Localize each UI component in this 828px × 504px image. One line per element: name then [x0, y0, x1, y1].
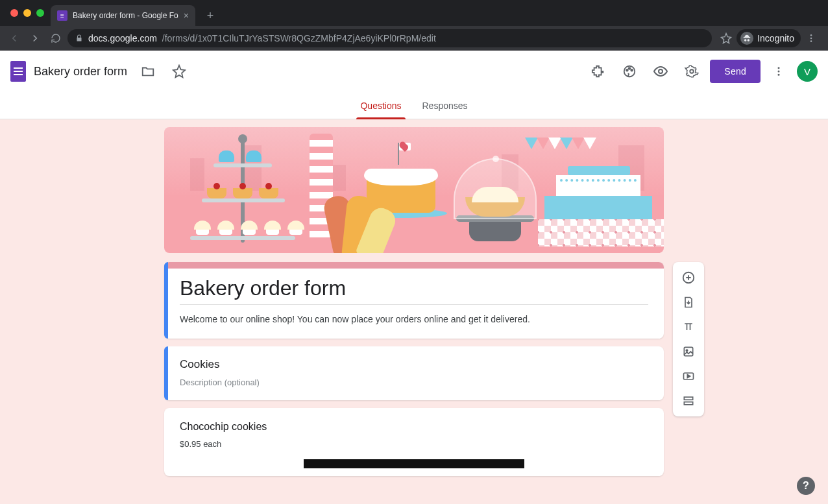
add-question-button[interactable]	[677, 266, 700, 289]
section-description-placeholder[interactable]: Description (optional)	[180, 378, 648, 387]
import-questions-button[interactable]	[677, 291, 700, 314]
illustration-tier-stand	[184, 134, 294, 247]
add-video-button[interactable]	[677, 365, 700, 388]
star-button[interactable]	[166, 58, 192, 84]
question-description[interactable]: $0.95 each	[180, 439, 648, 449]
nav-forward-button[interactable]	[26, 29, 44, 47]
svg-rect-17	[684, 402, 692, 405]
svg-rect-13	[684, 347, 692, 355]
svg-point-4	[626, 69, 628, 71]
form-title[interactable]: Bakery order form	[180, 276, 648, 305]
svg-point-5	[629, 67, 631, 69]
address-bar[interactable]: docs.google.com/forms/d/1x0T1CIluTJrYaST…	[67, 29, 712, 47]
form-title-card[interactable]: Bakery order form Welcome to our online …	[164, 262, 664, 339]
forms-header: Bakery order form Send V	[0, 51, 828, 92]
avatar-initial: V	[804, 66, 810, 77]
lock-icon	[75, 34, 83, 42]
move-to-folder-button[interactable]	[135, 58, 161, 84]
form-description[interactable]: Welcome to our online shop! You can now …	[180, 314, 648, 324]
browser-toolbar: docs.google.com/forms/d/1x0T1CIluTJrYaST…	[0, 26, 828, 51]
nav-reload-button[interactable]	[47, 29, 65, 47]
window-zoom-icon[interactable]	[36, 9, 44, 17]
question-title[interactable]: Chocochip cookies	[180, 421, 648, 433]
add-title-button[interactable]	[677, 315, 700, 339]
illustration-bread	[328, 198, 438, 253]
question-toolbar	[673, 262, 704, 416]
preview-button[interactable]	[648, 58, 674, 84]
form-tabs: Questions Responses	[0, 92, 828, 119]
customize-theme-button[interactable]	[616, 58, 642, 84]
browser-menu-button[interactable]	[802, 29, 820, 47]
send-button[interactable]: Send	[710, 60, 761, 83]
svg-point-11	[778, 74, 780, 76]
svg-point-6	[631, 69, 633, 71]
tab-questions[interactable]: Questions	[360, 92, 401, 119]
question-card-chocochip[interactable]: Chocochip cookies $0.95 each	[164, 408, 664, 476]
settings-button[interactable]	[679, 58, 705, 84]
url-host: docs.google.com	[88, 33, 157, 43]
section-card-cookies[interactable]: Cookies Description (optional)	[164, 346, 664, 400]
svg-point-10	[778, 71, 780, 73]
addons-button[interactable]	[585, 58, 611, 84]
document-title[interactable]: Bakery order form	[31, 64, 130, 80]
svg-point-9	[778, 67, 780, 69]
account-avatar[interactable]: V	[797, 61, 818, 82]
window-close-icon[interactable]	[10, 9, 18, 17]
tab-responses[interactable]: Responses	[422, 92, 468, 119]
new-tab-button[interactable]: +	[202, 7, 219, 24]
more-button[interactable]	[766, 58, 792, 84]
svg-point-14	[686, 350, 688, 352]
illustration-gift-boxes	[544, 138, 655, 246]
nav-back-button[interactable]	[5, 29, 23, 47]
incognito-badge[interactable]: Incognito	[737, 29, 801, 47]
window-minimize-icon[interactable]	[23, 9, 31, 17]
url-path: /forms/d/1x0T1CIluTJrYaSTSWr8QGzZMbfP4Zj…	[162, 33, 436, 43]
form-canvas: Bakery order form Welcome to our online …	[0, 119, 828, 504]
forms-logo-icon[interactable]	[10, 61, 26, 82]
question-image[interactable]	[304, 459, 524, 468]
add-section-button[interactable]	[677, 389, 700, 413]
browser-tab[interactable]: ≡ Bakery order form - Google Fo ×	[51, 5, 195, 26]
svg-rect-16	[684, 397, 692, 400]
svg-point-2	[810, 40, 812, 42]
add-image-button[interactable]	[677, 340, 700, 363]
svg-point-1	[810, 38, 812, 40]
incognito-icon	[740, 32, 753, 45]
svg-point-7	[659, 69, 663, 73]
browser-tab-strip: ≡ Bakery order form - Google Fo × +	[0, 0, 828, 26]
bookmark-star-button[interactable]	[717, 29, 735, 47]
form-header-image[interactable]	[164, 127, 664, 253]
svg-point-8	[690, 69, 694, 73]
section-title[interactable]: Cookies	[180, 358, 648, 371]
incognito-label: Incognito	[757, 33, 794, 43]
window-controls	[6, 0, 51, 26]
help-button[interactable]: ?	[797, 477, 815, 495]
forms-favicon-icon: ≡	[57, 10, 67, 21]
browser-tab-title: Bakery order form - Google Fo	[73, 11, 178, 20]
illustration-dome-pie	[443, 144, 547, 241]
forms-app: Bakery order form Send V Questions Respo…	[0, 51, 828, 504]
tab-close-icon[interactable]: ×	[184, 10, 189, 21]
svg-point-0	[810, 34, 812, 36]
